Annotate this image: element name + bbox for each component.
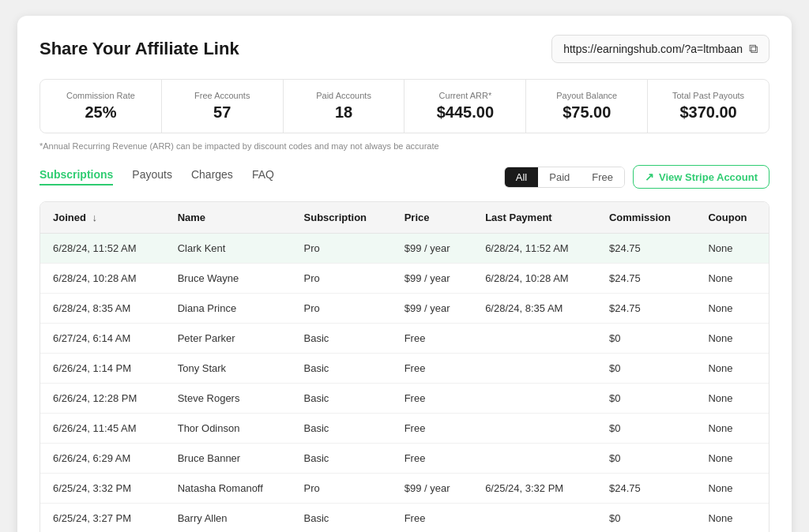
table-row: 6/28/24, 10:28 AMBruce WaynePro$99 / yea… <box>40 264 769 294</box>
cell-commission: $24.75 <box>596 294 695 324</box>
cell-commission: $24.75 <box>596 264 695 294</box>
cell-coupon: None <box>695 354 769 384</box>
cell-last-payment <box>472 354 596 384</box>
cell-last-payment <box>472 504 596 533</box>
cell-last-payment: 6/25/24, 3:32 PM <box>472 474 596 504</box>
col-header-commission: Commission <box>596 202 695 234</box>
cell-price: $99 / year <box>392 294 472 324</box>
table-row: 6/26/24, 6:29 AMBruce BannerBasicFree$0N… <box>40 444 769 474</box>
col-header-joined[interactable]: Joined ↓ <box>40 202 165 234</box>
cell-coupon: None <box>695 264 769 294</box>
col-header-name: Name <box>165 202 292 234</box>
cell-coupon: None <box>695 324 769 354</box>
cell-subscription: Basic <box>292 504 392 533</box>
cell-last-payment <box>472 324 596 354</box>
cell-price: $99 / year <box>392 474 472 504</box>
cell-joined: 6/28/24, 11:52 AM <box>40 234 165 264</box>
stat-value: 18 <box>296 103 392 122</box>
cell-name: Diana Prince <box>165 294 292 324</box>
tab-charges[interactable]: Charges <box>191 168 233 185</box>
stat-value: 25% <box>53 103 149 122</box>
table-row: 6/27/24, 6:14 AMPeter ParkerBasicFree$0N… <box>40 324 769 354</box>
cell-joined: 6/28/24, 8:35 AM <box>40 294 165 324</box>
col-header-last-payment: Last Payment <box>472 202 596 234</box>
filter-btn-free[interactable]: Free <box>581 167 624 187</box>
cell-subscription: Pro <box>292 234 392 264</box>
stat-value: $445.00 <box>417 103 513 122</box>
cell-subscription: Basic <box>292 324 392 354</box>
stat-label: Commission Rate <box>53 91 149 100</box>
subscriptions-table: Joined ↓NameSubscriptionPriceLast Paymen… <box>40 201 769 532</box>
stat-item-3: Current ARR*$445.00 <box>404 80 526 133</box>
cell-subscription: Basic <box>292 384 392 414</box>
cell-last-payment: 6/28/24, 8:35 AM <box>472 294 596 324</box>
stats-row: Commission Rate25%Free Accounts57Paid Ac… <box>40 79 769 133</box>
external-link-icon: ↗ <box>645 170 654 183</box>
header: Share Your Affiliate Link https://earnin… <box>40 35 769 63</box>
cell-last-payment <box>472 384 596 414</box>
filter-btn-all[interactable]: All <box>505 167 538 187</box>
cell-joined: 6/26/24, 12:28 PM <box>40 384 165 414</box>
cell-coupon: None <box>695 444 769 474</box>
cell-last-payment: 6/28/24, 11:52 AM <box>472 234 596 264</box>
cell-subscription: Basic <box>292 444 392 474</box>
cell-last-payment <box>472 444 596 474</box>
cell-subscription: Pro <box>292 474 392 504</box>
stat-label: Current ARR* <box>417 91 513 100</box>
stat-item-4: Payout Balance$75.00 <box>526 80 648 133</box>
stat-label: Free Accounts <box>175 91 270 100</box>
stat-item-2: Paid Accounts18 <box>284 80 405 133</box>
cell-price: Free <box>392 444 472 474</box>
tabs: SubscriptionsPayoutsChargesFAQ <box>40 168 274 185</box>
cell-commission: $0 <box>596 444 695 474</box>
stat-value: $75.00 <box>539 103 634 122</box>
cell-name: Tony Stark <box>165 354 292 384</box>
cell-price: Free <box>392 324 472 354</box>
stat-value: $370.00 <box>660 103 756 122</box>
col-header-coupon: Coupon <box>695 202 769 234</box>
cell-price: Free <box>392 384 472 414</box>
stat-item-1: Free Accounts57 <box>162 80 284 133</box>
cell-price: Free <box>392 414 472 444</box>
table-body: 6/28/24, 11:52 AMClark KentPro$99 / year… <box>40 234 769 533</box>
stat-value: 57 <box>175 103 270 122</box>
cell-name: Natasha Romanoff <box>165 474 292 504</box>
cell-coupon: None <box>695 294 769 324</box>
filter-group: AllPaidFree <box>504 167 625 188</box>
cell-commission: $0 <box>596 324 695 354</box>
tab-subscriptions[interactable]: Subscriptions <box>40 168 113 185</box>
tab-faq[interactable]: FAQ <box>252 168 274 185</box>
cell-price: $99 / year <box>392 264 472 294</box>
affiliate-url-box: https://earningshub.com/?a=ltmbaan ⧉ <box>551 35 769 63</box>
cell-joined: 6/27/24, 6:14 AM <box>40 324 165 354</box>
tab-payouts[interactable]: Payouts <box>132 168 172 185</box>
cell-joined: 6/26/24, 1:14 PM <box>40 354 165 384</box>
sort-icon: ↓ <box>92 212 98 223</box>
page-title: Share Your Affiliate Link <box>40 39 239 59</box>
col-header-subscription: Subscription <box>292 202 392 234</box>
copy-icon[interactable]: ⧉ <box>749 42 758 56</box>
cell-subscription: Basic <box>292 414 392 444</box>
cell-last-payment <box>472 414 596 444</box>
col-header-price: Price <box>392 202 472 234</box>
stat-item-5: Total Past Payouts$370.00 <box>648 80 769 133</box>
stat-label: Payout Balance <box>539 91 634 100</box>
table-row: 6/28/24, 11:52 AMClark KentPro$99 / year… <box>40 234 769 264</box>
cell-joined: 6/25/24, 3:27 PM <box>40 504 165 533</box>
filter-btn-paid[interactable]: Paid <box>538 167 581 187</box>
table-row: 6/26/24, 1:14 PMTony StarkBasicFree$0Non… <box>40 354 769 384</box>
cell-coupon: None <box>695 474 769 504</box>
table-header-row: Joined ↓NameSubscriptionPriceLast Paymen… <box>40 202 769 234</box>
cell-joined: 6/28/24, 10:28 AM <box>40 264 165 294</box>
stat-label: Paid Accounts <box>296 91 392 100</box>
main-card: Share Your Affiliate Link https://earnin… <box>17 16 792 532</box>
cell-commission: $0 <box>596 414 695 444</box>
cell-name: Barry Allen <box>165 504 292 533</box>
right-controls: AllPaidFree ↗ View Stripe Account <box>504 165 769 189</box>
cell-price: Free <box>392 354 472 384</box>
tabs-row: SubscriptionsPayoutsChargesFAQ AllPaidFr… <box>40 165 769 189</box>
cell-commission: $24.75 <box>596 474 695 504</box>
table-row: 6/25/24, 3:27 PMBarry AllenBasicFree$0No… <box>40 504 769 533</box>
view-stripe-button[interactable]: ↗ View Stripe Account <box>633 165 769 189</box>
cell-name: Thor Odinson <box>165 414 292 444</box>
